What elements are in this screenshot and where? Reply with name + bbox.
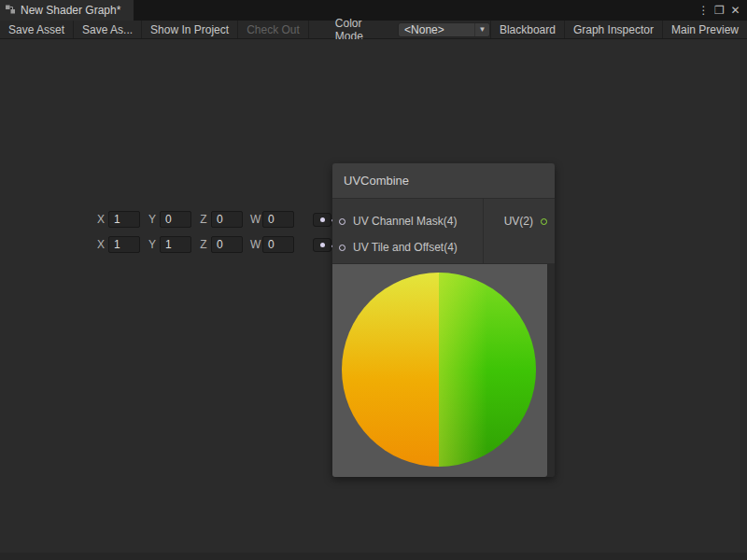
toolbar: Save Asset Save As... Show In Project Ch… — [0, 21, 747, 39]
uv-sphere-preview — [332, 264, 547, 477]
z-axis-label[interactable]: Z — [199, 238, 208, 251]
kebab-menu-icon[interactable]: ⋮ — [696, 4, 712, 17]
vector-field: Y 1 — [148, 236, 191, 253]
vector-field: W 0 — [250, 211, 294, 228]
color-mode-dropdown[interactable]: <None> ▼ — [398, 22, 490, 37]
graph-inspector-button[interactable]: Graph Inspector — [564, 21, 662, 38]
blackboard-button[interactable]: Blackboard — [490, 21, 564, 38]
uvcombine-node[interactable]: UVCombine UV Channel Mask(4) UV Tile and… — [332, 163, 555, 477]
vector-field: X 1 — [96, 211, 140, 228]
node-outputs: UV(2) — [483, 199, 555, 263]
close-icon[interactable]: ✕ — [727, 4, 743, 17]
toolbar-right-group: Blackboard Graph Inspector Main Preview — [490, 21, 747, 38]
port-dot-icon — [320, 243, 325, 247]
z-axis-label[interactable]: Z — [199, 213, 208, 226]
output-port-uv[interactable] — [541, 218, 547, 225]
main-preview-button[interactable]: Main Preview — [662, 21, 747, 38]
save-as-button[interactable]: Save As... — [74, 21, 142, 38]
input-port-uv-tile-offset[interactable] — [339, 245, 345, 251]
node-title: UVCombine — [344, 174, 409, 188]
z-value-field[interactable]: 0 — [211, 236, 243, 253]
input-port-label: UV Tile and Offset(4) — [353, 241, 458, 254]
input-port-label: UV Channel Mask(4) — [353, 215, 457, 228]
z-value-field[interactable]: 0 — [211, 211, 243, 228]
window-bottom-edge — [0, 553, 747, 560]
output-port-label: UV(2) — [504, 215, 533, 228]
node-inputs: UV Channel Mask(4) UV Tile and Offset(4) — [332, 199, 483, 263]
graph-canvas[interactable]: X 1 Y 0 Z 0 W 0 X 1 — [0, 39, 747, 560]
tab-new-shader-graph[interactable]: New Shader Graph* — [0, 0, 134, 21]
x-axis-label[interactable]: X — [96, 213, 106, 226]
input-port-row: UV Channel Mask(4) — [332, 208, 483, 234]
w-value-field[interactable]: 0 — [262, 211, 294, 228]
input-port-row: UV Tile and Offset(4) — [332, 234, 483, 260]
maximize-icon[interactable]: ❐ — [712, 4, 727, 17]
y-axis-label[interactable]: Y — [148, 238, 157, 251]
w-axis-label[interactable]: W — [250, 213, 260, 226]
shader-graph-window: New Shader Graph* ⋮ ❐ ✕ Save Asset Save … — [0, 0, 747, 560]
vector-output-port[interactable] — [313, 238, 331, 252]
node-preview — [332, 264, 547, 477]
output-port-row: UV(2) — [484, 208, 555, 234]
color-mode-group: Color Mode <None> ▼ — [335, 21, 490, 38]
color-mode-value: <None> — [404, 23, 444, 36]
vector4-input-row-2: X 1 Y 1 Z 0 W 0 — [96, 235, 331, 254]
chevron-down-icon: ▼ — [474, 23, 489, 36]
shader-graph-icon — [5, 2, 16, 19]
vector-field: W 0 — [250, 236, 294, 253]
vector-output-port[interactable] — [313, 213, 331, 227]
y-value-field[interactable]: 0 — [160, 211, 191, 228]
vector-field: X 1 — [96, 236, 140, 253]
vector4-input-row-1: X 1 Y 0 Z 0 W 0 — [96, 210, 331, 229]
w-value-field[interactable]: 0 — [262, 236, 294, 253]
y-value-field[interactable]: 1 — [160, 236, 191, 253]
input-port-uv-channel-mask[interactable] — [339, 218, 345, 225]
node-body: UV Channel Mask(4) UV Tile and Offset(4)… — [332, 199, 555, 264]
x-axis-label[interactable]: X — [96, 238, 106, 251]
tab-title: New Shader Graph* — [21, 4, 120, 17]
port-dot-icon — [320, 217, 325, 222]
y-axis-label[interactable]: Y — [148, 213, 157, 226]
window-controls: ⋮ ❐ ✕ — [696, 0, 747, 21]
x-value-field[interactable]: 1 — [108, 236, 140, 253]
save-asset-button[interactable]: Save Asset — [0, 21, 74, 38]
check-out-button[interactable]: Check Out — [238, 21, 309, 38]
x-value-field[interactable]: 1 — [108, 211, 140, 228]
show-in-project-button[interactable]: Show In Project — [142, 21, 238, 38]
w-axis-label[interactable]: W — [250, 238, 260, 251]
node-header[interactable]: UVCombine — [332, 163, 555, 199]
vector-field: Z 0 — [199, 211, 243, 228]
vector-field: Z 0 — [199, 236, 243, 253]
vector-field: Y 0 — [148, 211, 191, 228]
